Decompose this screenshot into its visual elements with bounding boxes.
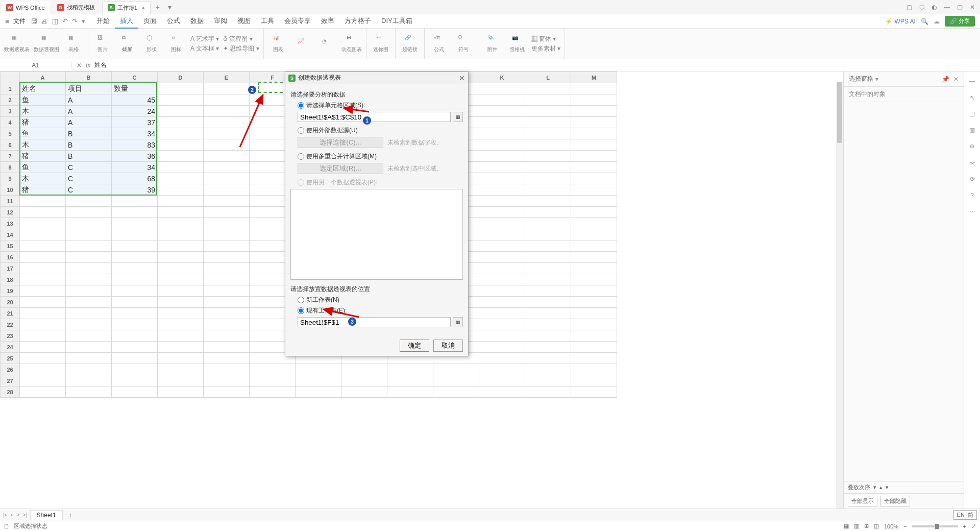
cell-L19[interactable] xyxy=(525,285,571,297)
cell-D23[interactable] xyxy=(158,330,204,342)
cell-A3[interactable]: 木 xyxy=(20,106,66,117)
view-break-icon[interactable]: ⊞ xyxy=(864,523,869,529)
row-header-19[interactable]: 19 xyxy=(1,285,20,297)
cell-E15[interactable] xyxy=(204,240,250,252)
row-header-5[interactable]: 5 xyxy=(1,128,20,139)
cell-A10[interactable]: 猪 xyxy=(20,184,66,196)
cell-C13[interactable] xyxy=(112,218,158,229)
cell-M6[interactable] xyxy=(571,139,617,151)
menu-会员专享[interactable]: 会员专享 xyxy=(279,14,316,29)
add-sheet-button[interactable]: + xyxy=(66,512,76,519)
chart-button[interactable]: 📊图表 xyxy=(268,35,288,53)
chart3-button[interactable]: ◔ xyxy=(317,38,337,50)
cell-C9[interactable]: 68 xyxy=(112,173,158,184)
cell-M10[interactable] xyxy=(571,184,617,196)
cell-E3[interactable] xyxy=(204,106,250,117)
cell-M3[interactable] xyxy=(571,106,617,117)
cell-A25[interactable] xyxy=(20,353,66,364)
row-header-24[interactable]: 24 xyxy=(1,342,20,353)
cell-M12[interactable] xyxy=(571,207,617,218)
cell-C23[interactable] xyxy=(112,330,158,342)
cell-A17[interactable] xyxy=(20,263,66,274)
cell-D1[interactable] xyxy=(158,83,204,94)
cell-B20[interactable] xyxy=(66,297,112,308)
formula-input[interactable]: 姓名 xyxy=(94,61,107,69)
layer-tool-icon[interactable]: ▥ xyxy=(969,127,975,134)
bring-forward-icon[interactable]: ▴ xyxy=(879,484,883,491)
cell-B1[interactable]: 项目 xyxy=(66,83,112,94)
ok-button[interactable]: 确定 xyxy=(400,340,429,352)
new-tab-button[interactable]: + xyxy=(152,3,164,11)
cell-A26[interactable] xyxy=(20,364,66,375)
cell-K23[interactable] xyxy=(479,330,525,342)
cell-C28[interactable] xyxy=(112,387,158,398)
cell-G28[interactable] xyxy=(296,387,341,398)
col-header-M[interactable]: M xyxy=(571,72,617,83)
cell-D17[interactable] xyxy=(158,263,204,274)
view-normal-icon[interactable]: ▦ xyxy=(844,523,849,529)
close-window-button[interactable]: ✕ xyxy=(970,4,975,11)
cell-F27[interactable] xyxy=(250,375,296,387)
cell-A6[interactable]: 木 xyxy=(20,139,66,151)
cell-C2[interactable]: 45 xyxy=(112,94,158,106)
row-header-12[interactable]: 12 xyxy=(1,207,20,218)
preview-icon[interactable]: ◫ xyxy=(52,17,58,25)
col-header-C[interactable]: C xyxy=(112,72,158,83)
cell-A19[interactable] xyxy=(20,285,66,297)
cell-L28[interactable] xyxy=(525,387,571,398)
cell-D16[interactable] xyxy=(158,252,204,263)
sheet-nav-first[interactable]: |< xyxy=(3,512,7,518)
cell-K28[interactable] xyxy=(479,387,525,398)
cell-B27[interactable] xyxy=(66,375,112,387)
cell-B14[interactable] xyxy=(66,229,112,240)
sparkline-button[interactable]: 〰迷你图 xyxy=(371,35,391,53)
cell-K22[interactable] xyxy=(479,319,525,330)
cell-A12[interactable] xyxy=(20,207,66,218)
row-header-20[interactable]: 20 xyxy=(1,297,20,308)
cell-C20[interactable] xyxy=(112,297,158,308)
cell-E19[interactable] xyxy=(204,285,250,297)
row-header-18[interactable]: 18 xyxy=(1,274,20,285)
file-menu[interactable]: 文件 xyxy=(5,17,26,26)
col-header-L[interactable]: L xyxy=(525,72,571,83)
qat-dropdown-icon[interactable]: ▾ xyxy=(82,17,85,25)
shapes-button[interactable]: ◯形状 xyxy=(141,35,162,53)
taskpane-pin-icon[interactable]: 📌 xyxy=(942,76,949,83)
cell-K16[interactable] xyxy=(479,252,525,263)
cell-D25[interactable] xyxy=(158,353,204,364)
show-all-button[interactable]: 全部显示 xyxy=(848,496,877,506)
location-input[interactable] xyxy=(298,317,451,327)
cell-C4[interactable]: 37 xyxy=(112,117,158,128)
cell-E25[interactable] xyxy=(204,353,250,364)
row-header-28[interactable]: 28 xyxy=(1,387,20,398)
cell-C22[interactable] xyxy=(112,319,158,330)
radio-existing-sheet[interactable] xyxy=(298,307,304,314)
menu-数据[interactable]: 数据 xyxy=(185,14,209,29)
cell-L20[interactable] xyxy=(525,297,571,308)
row-header-3[interactable]: 3 xyxy=(1,106,20,117)
cell-B19[interactable] xyxy=(66,285,112,297)
cell-A13[interactable] xyxy=(20,218,66,229)
row-header-21[interactable]: 21 xyxy=(1,308,20,319)
cell-B18[interactable] xyxy=(66,274,112,285)
cell-B24[interactable] xyxy=(66,342,112,353)
cell-E2[interactable] xyxy=(204,94,250,106)
hyperlink-button[interactable]: 🔗超链接 xyxy=(400,35,420,53)
cell-A4[interactable]: 猪 xyxy=(20,117,66,128)
zoom-value[interactable]: 100% xyxy=(884,523,898,529)
cell-L3[interactable] xyxy=(525,106,571,117)
cell-E5[interactable] xyxy=(204,128,250,139)
cell-E16[interactable] xyxy=(204,252,250,263)
cell-L27[interactable] xyxy=(525,375,571,387)
cell-C1[interactable]: 数量 xyxy=(112,83,158,94)
backup-tool-icon[interactable]: ⟳ xyxy=(970,176,975,183)
cell-L9[interactable] xyxy=(525,173,571,184)
cell-K2[interactable] xyxy=(479,94,525,106)
row-header-9[interactable]: 9 xyxy=(1,173,20,184)
cell-C26[interactable] xyxy=(112,364,158,375)
cell-K24[interactable] xyxy=(479,342,525,353)
cell-M7[interactable] xyxy=(571,151,617,162)
range-input[interactable] xyxy=(298,112,451,122)
cell-B25[interactable] xyxy=(66,353,112,364)
cell-B8[interactable]: C xyxy=(66,162,112,173)
